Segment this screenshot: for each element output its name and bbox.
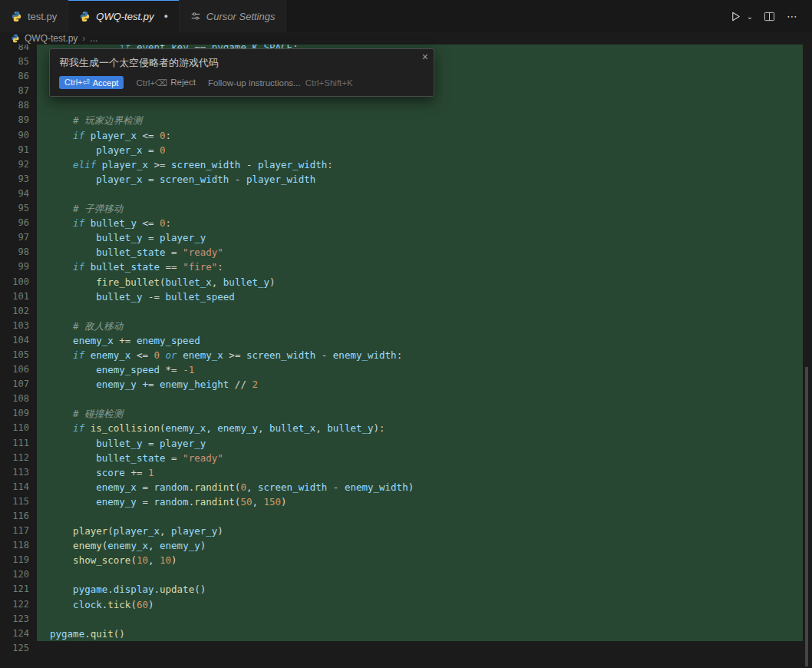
code-line[interactable]: 120	[0, 567, 812, 582]
code-line-text	[37, 567, 803, 582]
line-number: 103	[0, 319, 37, 333]
code-line[interactable]: 93 player_x = screen_width - player_widt…	[0, 172, 812, 187]
tab-test-py[interactable]: test.py	[0, 0, 68, 32]
breadcrumb-file[interactable]: QWQ-test.py	[25, 33, 78, 44]
vertical-scrollbar-thumb[interactable]	[805, 367, 808, 666]
tab-cursor-settings[interactable]: Cursor Settings	[180, 0, 287, 32]
code-line[interactable]: 97 bullet_y = player_y	[0, 230, 812, 245]
code-line[interactable]: 100 fire_bullet(bullet_x, bullet_y)	[0, 275, 812, 289]
code-line[interactable]: 89 # 玩家边界检测	[0, 113, 812, 127]
line-number: 91	[0, 143, 37, 157]
code-line[interactable]: 113 score += 1	[0, 465, 812, 480]
code-line[interactable]: 124pygame.quit()	[0, 627, 812, 641]
code-line[interactable]: 112 bullet_state = "ready"	[0, 451, 812, 465]
code-line-text: if player_x <= 0:	[37, 128, 803, 143]
code-line[interactable]: 90 if player_x <= 0:	[0, 128, 812, 143]
line-number: 92	[0, 157, 37, 172]
code-line-text: fire_bullet(bullet_x, bullet_y)	[37, 275, 803, 289]
code-line[interactable]: 117 player(player_x, player_y)	[0, 524, 812, 538]
close-icon[interactable]: ×	[422, 51, 428, 62]
code-line[interactable]: 125	[0, 641, 812, 656]
code-line-text: clock.tick(60)	[37, 597, 803, 612]
code-line-text: # 玩家边界检测	[37, 113, 803, 127]
code-line[interactable]: 107 enemy_y += enemy_height // 2	[0, 377, 812, 392]
code-line[interactable]: 95 # 子弹移动	[0, 201, 812, 216]
sliders-icon	[190, 11, 201, 21]
code-line[interactable]: 99 if bullet_state == "fire":	[0, 260, 812, 274]
code-line[interactable]: 94	[0, 187, 812, 201]
run-button[interactable]	[726, 7, 744, 25]
code-line[interactable]: 108	[0, 392, 812, 406]
line-number: 97	[0, 230, 37, 245]
code-line[interactable]: 92 elif player_x >= screen_width - playe…	[0, 157, 812, 172]
line-number: 124	[0, 627, 37, 641]
accept-button[interactable]: Ctrl+⏎ Accept	[59, 76, 124, 89]
code-line-text: player(player_x, player_y)	[37, 524, 803, 538]
line-number: 109	[0, 406, 37, 421]
breadcrumb: QWQ-test.py › ...	[0, 32, 812, 45]
code-line[interactable]: 88	[0, 98, 812, 113]
code-line[interactable]: 123	[0, 612, 812, 627]
line-number: 99	[0, 260, 37, 274]
code-line[interactable]: 118 enemy(enemy_x, enemy_y)	[0, 538, 812, 553]
code-line-text: bullet_y -= bullet_speed	[37, 289, 803, 304]
code-line[interactable]: 111 bullet_y = player_y	[0, 436, 812, 451]
modified-dot-icon[interactable]: ●	[163, 12, 167, 20]
code-line[interactable]: 110 if is_collision(enemy_x, enemy_y, bu…	[0, 421, 812, 435]
line-number: 119	[0, 553, 37, 567]
line-number: 114	[0, 480, 37, 494]
python-icon	[11, 11, 22, 22]
code-line[interactable]: 115 enemy_y = random.randint(50, 150)	[0, 494, 812, 509]
accept-shortcut: Ctrl+⏎	[64, 78, 90, 88]
code-line[interactable]: 121 pygame.display.update()	[0, 582, 812, 597]
line-number: 93	[0, 172, 37, 187]
followup-instructions-button[interactable]: Follow-up instructions... Ctrl+Shift+K	[208, 78, 353, 88]
code-line[interactable]: 116	[0, 509, 812, 524]
code-line-text	[37, 641, 803, 656]
split-editor-button[interactable]	[760, 7, 778, 25]
line-number: 96	[0, 216, 37, 230]
code-line[interactable]: 122 clock.tick(60)	[0, 597, 812, 612]
code-line-text: # 敌人移动	[37, 319, 803, 333]
code-line-text: enemy_y += enemy_height // 2	[37, 377, 803, 392]
line-number: 90	[0, 128, 37, 143]
code-line-text: bullet_y = player_y	[37, 436, 803, 451]
code-line[interactable]: 91 player_x = 0	[0, 143, 812, 157]
line-number: 111	[0, 436, 37, 451]
code-line[interactable]: 103 # 敌人移动	[0, 319, 812, 333]
editor-actions: ⌄ ⋯	[726, 0, 812, 32]
more-actions-button[interactable]: ⋯	[783, 7, 801, 25]
line-number: 123	[0, 612, 37, 627]
tab-bar: test.py QWQ-test.py ● Cursor Settings ⌄ …	[0, 0, 812, 32]
code-line[interactable]: 104 enemy_x += enemy_speed	[0, 333, 812, 348]
code-line[interactable]: 96 if bullet_y <= 0:	[0, 216, 812, 230]
code-line[interactable]: 105 if enemy_x <= 0 or enemy_x >= screen…	[0, 348, 812, 362]
code-line-text: if bullet_y <= 0:	[37, 216, 803, 230]
reject-shortcut: Ctrl+⌫	[136, 78, 167, 88]
code-line-text: player_x = screen_width - player_width	[37, 172, 803, 187]
line-number: 116	[0, 509, 37, 524]
code-line[interactable]: 101 bullet_y -= bullet_speed	[0, 289, 812, 304]
line-number: 118	[0, 538, 37, 553]
code-line[interactable]: 98 bullet_state = "ready"	[0, 245, 812, 260]
line-number: 120	[0, 567, 37, 582]
code-line[interactable]: 106 enemy_speed *= -1	[0, 362, 812, 377]
run-dropdown-chevron-icon[interactable]: ⌄	[744, 7, 755, 25]
code-line-text: enemy(enemy_x, enemy_y)	[37, 538, 803, 553]
code-line-text: show_score(10, 10)	[37, 553, 803, 567]
code-line[interactable]: 109 # 碰撞检测	[0, 406, 812, 421]
breadcrumb-symbol[interactable]: ...	[90, 33, 97, 44]
line-number: 110	[0, 421, 37, 435]
code-line-text	[37, 612, 803, 627]
code-line-text	[37, 509, 803, 524]
code-line-text	[37, 304, 803, 319]
code-line[interactable]: 119 show_score(10, 10)	[0, 553, 812, 567]
code-line[interactable]: 102	[0, 304, 812, 319]
code-line[interactable]: 114 enemy_x = random.randint(0, screen_w…	[0, 480, 812, 494]
code-line-text	[37, 187, 803, 201]
line-number: 84	[0, 45, 37, 55]
tab-qwq-test-py[interactable]: QWQ-test.py ●	[68, 0, 180, 32]
reject-button[interactable]: Ctrl+⌫ Reject	[136, 78, 195, 88]
code-editor[interactable]: 84 if event.key == pygame.K_SPACE:858687…	[0, 45, 812, 668]
code-line-text	[37, 98, 803, 113]
